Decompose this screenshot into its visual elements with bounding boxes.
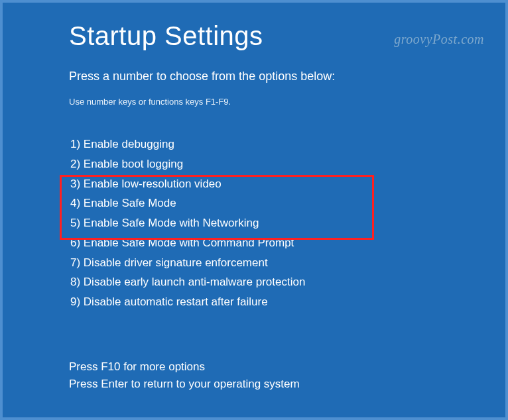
instruction-text: Press a number to choose from the option… [69,70,439,83]
option-disable-driver-signature[interactable]: 7) Disable driver signature enforcement [69,253,439,273]
option-enable-low-resolution-video[interactable]: 3) Enable low-resolution video [69,174,439,194]
startup-options-list: 1) Enable debugging 2) Enable boot loggi… [69,134,439,312]
option-enable-safe-mode-networking[interactable]: 5) Enable Safe Mode with Networking [69,213,439,233]
option-enable-safe-mode[interactable]: 4) Enable Safe Mode [69,193,439,213]
startup-settings-screen: Startup Settings Press a number to choos… [3,3,505,393]
footer-more-options: Press F10 for more options [69,358,439,376]
page-title: Startup Settings [69,21,439,51]
option-enable-debugging[interactable]: 1) Enable debugging [69,134,439,154]
key-hint-text: Use number keys or functions keys F1-F9. [69,97,439,107]
option-enable-boot-logging[interactable]: 2) Enable boot logging [69,154,439,174]
option-disable-anti-malware[interactable]: 8) Disable early launch anti-malware pro… [69,272,439,292]
option-enable-safe-mode-command-prompt[interactable]: 6) Enable Safe Mode with Command Prompt [69,233,439,253]
footer-return: Press Enter to return to your operating … [69,376,439,393]
footer-instructions: Press F10 for more options Press Enter t… [69,358,439,394]
option-disable-auto-restart[interactable]: 9) Disable automatic restart after failu… [69,292,439,312]
watermark-text: groovyPost.com [394,32,484,47]
